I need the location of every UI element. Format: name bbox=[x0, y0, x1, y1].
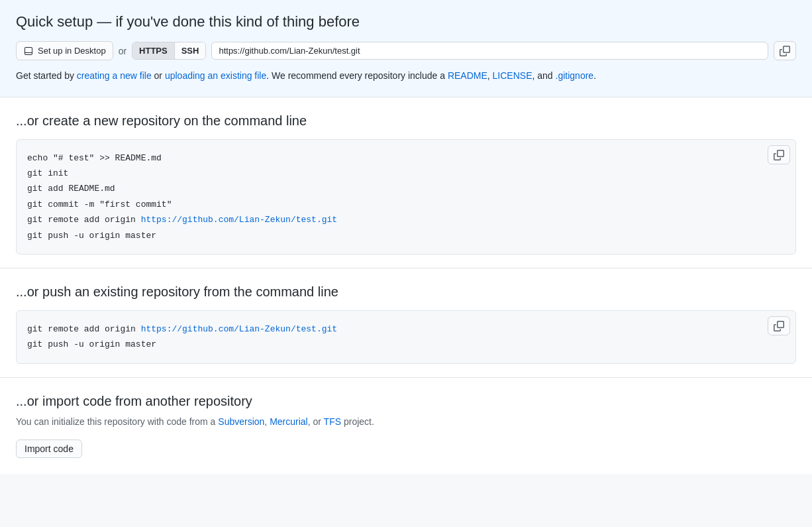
import-section: ...or import code from another repositor… bbox=[0, 378, 812, 474]
command-line-title: ...or create a new repository on the com… bbox=[16, 113, 796, 129]
desktop-icon bbox=[23, 45, 34, 56]
push-existing-section: ...or push an existing repository from t… bbox=[0, 268, 812, 378]
comma1: , bbox=[487, 70, 493, 81]
or-separator: or bbox=[119, 46, 127, 56]
url-bar: Set up in Desktop or HTTPS SSH bbox=[16, 41, 796, 60]
import-description: You can initialize this repository with … bbox=[16, 414, 796, 429]
command-line-section: ...or create a new repository on the com… bbox=[0, 97, 812, 268]
mercurial-link[interactable]: Mercurial bbox=[270, 416, 308, 427]
readme-link[interactable]: README bbox=[448, 70, 487, 81]
get-started-text: Get started by creating a new file or up… bbox=[16, 68, 796, 83]
copy-url-button[interactable] bbox=[774, 41, 796, 60]
command-line-code-block: echo "# test" >> README.md git init git … bbox=[16, 139, 796, 255]
cmd-5-url: https://github.com/Lian-Zekun/test.git bbox=[141, 215, 337, 225]
https-tab[interactable]: HTTPS bbox=[132, 42, 175, 59]
import-title: ...or import code from another repositor… bbox=[16, 394, 796, 409]
and-text: , and bbox=[533, 70, 556, 81]
copy-command-line-button[interactable] bbox=[768, 145, 790, 164]
get-started-or: or bbox=[152, 70, 165, 81]
gitignore-link[interactable]: .gitignore bbox=[556, 70, 594, 81]
ssh-tab[interactable]: SSH bbox=[175, 42, 206, 59]
period: . bbox=[593, 70, 596, 81]
cmd-6: git push -u origin master bbox=[27, 228, 785, 243]
get-started-prefix: Get started by bbox=[16, 70, 77, 81]
push-cmd-1-url: https://github.com/Lian-Zekun/test.git bbox=[141, 324, 337, 334]
copy-push-icon bbox=[774, 321, 784, 331]
quick-setup-title: Quick setup — if you've done this kind o… bbox=[16, 13, 796, 30]
copy-icon bbox=[780, 46, 790, 56]
cmd-4: git commit -m "first commit" bbox=[27, 197, 785, 212]
create-new-file-link[interactable]: creating a new file bbox=[77, 70, 152, 81]
cmd-2: git init bbox=[27, 166, 785, 181]
copy-code-icon bbox=[774, 150, 784, 160]
push-existing-code: git remote add origin https://github.com… bbox=[27, 322, 785, 353]
setup-desktop-label: Set up in Desktop bbox=[38, 46, 106, 56]
subversion-link[interactable]: Subversion bbox=[218, 416, 264, 427]
push-existing-code-block: git remote add origin https://github.com… bbox=[16, 310, 796, 364]
upload-existing-link[interactable]: uploading an existing file bbox=[165, 70, 266, 81]
import-code-button[interactable]: Import code bbox=[16, 439, 82, 458]
cmd-3: git add README.md bbox=[27, 181, 785, 196]
push-existing-title: ...or push an existing repository from t… bbox=[16, 284, 796, 300]
license-link[interactable]: LICENSE bbox=[493, 70, 533, 81]
get-started-recommend: . We recommend every repository include … bbox=[266, 70, 448, 81]
push-cmd-1: git remote add origin https://github.com… bbox=[27, 322, 785, 337]
protocol-tabs: HTTPS SSH bbox=[132, 42, 206, 60]
cmd-1: echo "# test" >> README.md bbox=[27, 150, 785, 166]
command-line-code: echo "# test" >> README.md git init git … bbox=[27, 150, 785, 243]
copy-push-existing-button[interactable] bbox=[768, 316, 790, 335]
cmd-5: git remote add origin https://github.com… bbox=[27, 212, 785, 227]
repo-url-input[interactable] bbox=[211, 42, 768, 60]
tfs-link[interactable]: TFS bbox=[324, 416, 341, 427]
setup-desktop-button[interactable]: Set up in Desktop bbox=[16, 41, 113, 60]
quick-setup-section: Quick setup — if you've done this kind o… bbox=[0, 0, 812, 97]
push-cmd-2: git push -u origin master bbox=[27, 337, 785, 352]
